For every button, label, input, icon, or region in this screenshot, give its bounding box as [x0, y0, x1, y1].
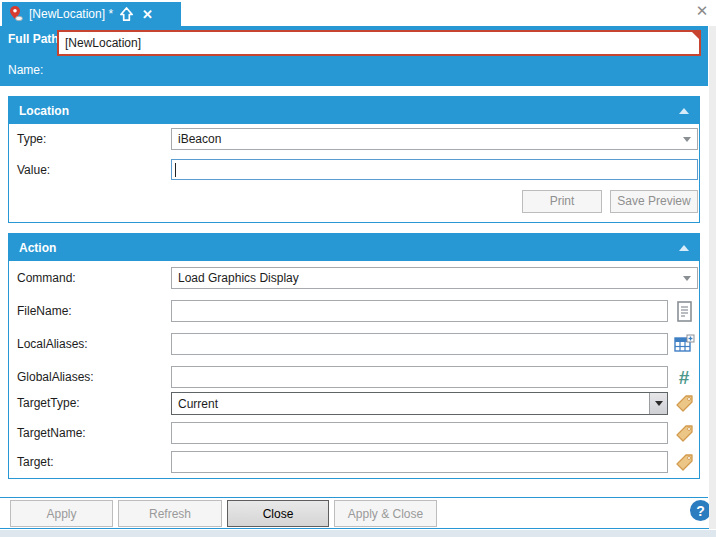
targettype-label: TargetType: [17, 396, 80, 410]
name-input[interactable] [57, 30, 701, 56]
tab-close-icon[interactable]: ✕ [142, 7, 153, 22]
type-label: Type: [17, 132, 46, 146]
tab-newlocation[interactable]: [NewLocation] * ✕ [2, 2, 181, 26]
help-icon[interactable]: ? [690, 500, 711, 521]
collapse-arrow-icon[interactable] [679, 245, 689, 251]
chevron-down-icon [683, 137, 691, 142]
location-section: Location Type: iBeacon Value: Print Save… [8, 96, 700, 223]
command-select[interactable]: Load Graphics Display [171, 267, 698, 289]
window-bottom-edge [0, 530, 716, 537]
collapse-arrow-icon[interactable] [679, 108, 689, 114]
location-section-title: Location [19, 104, 69, 118]
action-section-title: Action [19, 241, 56, 255]
command-label: Command: [17, 271, 76, 285]
localaliases-input[interactable] [171, 333, 668, 355]
targettype-dropdown-button[interactable] [649, 393, 667, 414]
tag-icon[interactable] [673, 392, 695, 414]
targetname-input[interactable] [171, 422, 668, 444]
table-plus-icon[interactable] [673, 333, 695, 355]
filename-label: FileName: [17, 304, 72, 318]
target-input[interactable] [171, 451, 668, 473]
action-section-header[interactable]: Action [9, 234, 699, 261]
text-caret [175, 163, 176, 177]
refresh-button[interactable]: Refresh [118, 500, 222, 527]
location-pin-icon [9, 6, 23, 22]
tag-icon[interactable] [673, 422, 695, 444]
type-select[interactable]: iBeacon [171, 128, 698, 150]
name-label: Name: [8, 63, 43, 77]
full-path-label: Full Path: [8, 32, 63, 46]
targetname-label: TargetName: [17, 426, 86, 440]
location-editor-window: [NewLocation] * ✕ ✕ Full Path: MyProject… [0, 0, 716, 537]
report-icon[interactable] [673, 300, 695, 322]
type-select-value: iBeacon [178, 132, 683, 146]
apply-button[interactable]: Apply [10, 500, 113, 527]
location-section-header[interactable]: Location [9, 97, 699, 124]
filename-input[interactable] [171, 300, 668, 322]
hash-icon[interactable]: # [673, 366, 695, 388]
apply-close-button[interactable]: Apply & Close [334, 500, 437, 527]
footer-separator [0, 497, 708, 498]
value-input[interactable] [171, 159, 698, 180]
tab-title: [NewLocation] * [29, 7, 113, 21]
globalaliases-label: GlobalAliases: [17, 370, 94, 384]
localaliases-label: LocalAliases: [17, 337, 88, 351]
command-select-value: Load Graphics Display [178, 271, 683, 285]
value-label: Value: [17, 163, 50, 177]
action-section: Action Command: Load Graphics Display Fi… [8, 233, 700, 479]
targettype-select[interactable]: Current [171, 392, 668, 415]
close-button[interactable]: Close [227, 500, 329, 527]
window-right-edge [709, 26, 716, 529]
chevron-down-icon [683, 276, 691, 281]
targettype-select-value: Current [178, 397, 649, 411]
window-close-icon[interactable]: ✕ [693, 2, 711, 20]
target-label: Target: [17, 455, 54, 469]
bottom-separator [0, 528, 716, 529]
tag-icon[interactable] [673, 451, 695, 473]
print-button[interactable]: Print [522, 190, 602, 213]
globalaliases-input[interactable] [171, 366, 668, 388]
navigate-up-icon[interactable] [119, 7, 134, 22]
save-preview-button[interactable]: Save Preview [610, 190, 698, 213]
